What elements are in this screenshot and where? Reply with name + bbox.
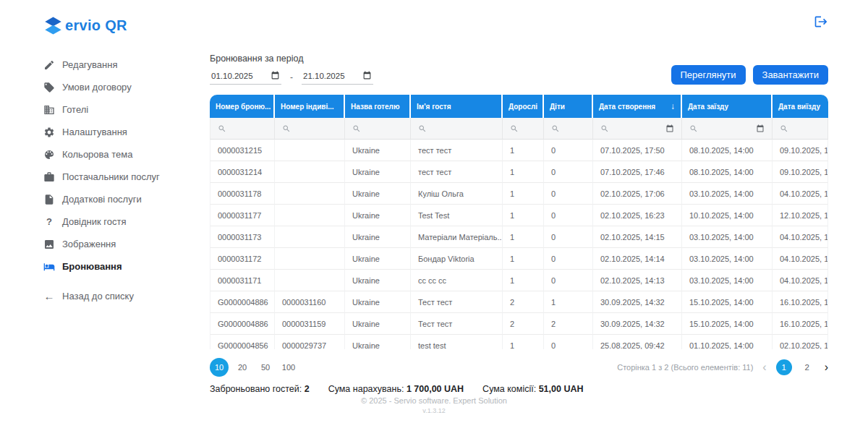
cell-children: 0 [544,270,593,291]
filter-input-children[interactable] [544,118,593,140]
filter-input-guest_name[interactable] [411,118,503,140]
next-page-button[interactable]: › [825,362,828,373]
question-icon: ? [43,216,55,228]
calendar-icon [271,71,280,80]
sidebar-item-hotels[interactable]: Готелі [43,98,210,121]
cell-individual_number: 0000031160 [275,291,345,313]
sidebar-item-guest-guide[interactable]: ?Довідник гостя [43,210,210,233]
cell-guest_name: тест тест [411,161,503,183]
summary-value: 51,00 UAH [539,384,584,394]
cell-booking_number: 0000031177 [210,205,275,226]
page-numbers: 12 [776,359,815,375]
sidebar-back-button[interactable]: ← Назад до списку [43,285,210,307]
date-from-value: 01.10.2025 [211,72,253,80]
column-header-booking_number[interactable]: Номер броню... [210,95,275,118]
download-button[interactable]: Завантажити [753,65,828,85]
filter-input-checkin_date[interactable] [682,118,773,140]
cell-children: 0 [544,161,593,183]
summary-commission: Сума комісії: 51,00 UAH [482,384,583,394]
column-header-created_date[interactable]: Дата створення↓ [593,95,682,118]
date-range-separator: - [290,72,293,82]
page-size-50[interactable]: 50 [256,358,275,377]
sidebar-item-color-theme[interactable]: Кольорова тема [43,143,210,166]
prev-page-button[interactable]: ‹ [762,362,766,373]
sidebar-item-settings[interactable]: Налаштування [43,121,210,143]
cell-individual_number [275,140,345,161]
pager: Сторінка 1 з 2 (Всього елементів: 11) ‹ … [617,359,828,375]
column-header-guest_name[interactable]: Ім'я гостя [411,95,503,118]
cell-booking_number: 0000031215 [210,140,275,161]
cell-created_date: 07.10.2025, 17:46 [593,161,682,183]
sidebar-item-label: Довідник гостя [62,216,126,227]
column-header-hotel_name[interactable]: Назва готелю [345,95,411,118]
column-header-children[interactable]: Діти [544,95,593,118]
filter-input-checkout_date[interactable] [773,118,828,140]
cell-guest_name: Test Test [411,205,503,226]
cell-checkin_date: 08.10.2025, 14:00 [682,140,773,161]
action-buttons: Переглянути Завантажити [671,65,828,85]
filter-input-booking_number[interactable] [210,118,275,140]
filter-input-individual_number[interactable] [275,118,345,140]
cell-adults: 1 [503,205,544,226]
cell-booking_number: 0000031178 [210,183,275,205]
filter-bar: Бронювання за період 01.10.2025 - 21.10.… [210,54,828,85]
sidebar-menu: РедагуванняУмови договоруГотеліНалаштува… [43,54,210,278]
cell-guest_name: Матеріали Матеріаль... [411,226,503,248]
cell-children: 0 [544,183,593,205]
sidebar-item-additional-services[interactable]: Додаткові послуги [43,188,210,210]
cell-adults: 2 [503,291,544,313]
search-icon [600,124,609,133]
table-row[interactable]: 0000031178UkraineКуліш Ольга1002.10.2025… [210,183,828,205]
date-to-input[interactable]: 21.10.2025 [302,69,373,85]
table-row[interactable]: G00000048860000031160UkraineТест тест213… [210,291,828,313]
page-size-20[interactable]: 20 [233,358,252,377]
table-row[interactable]: 0000031172UkraineБондар Viktoria1002.10.… [210,248,828,270]
filter-input-adults[interactable] [503,118,544,140]
sidebar-item-images[interactable]: Зображення [43,233,210,255]
page-2[interactable]: 2 [799,359,815,375]
cell-hotel_name: Ukraine [345,226,411,248]
column-header-checkin_date[interactable]: Дата заїзду [682,95,773,118]
sort-desc-icon[interactable]: ↓ [668,101,675,111]
summary-label: Сума нарахувань: [328,384,404,394]
cell-created_date: 02.10.2025, 17:06 [593,183,682,205]
cell-adults: 1 [503,248,544,270]
sidebar-item-edit[interactable]: Редагування [43,54,210,76]
column-header-checkout_date[interactable]: Дата виїзду [773,95,828,118]
search-icon [352,124,361,133]
page-1[interactable]: 1 [776,359,792,375]
view-button[interactable]: Переглянути [671,65,746,85]
column-header-individual_number[interactable]: Номер індиві... [275,95,345,118]
sidebar-item-label: Постачальники послуг [62,171,160,182]
table-row[interactable]: G00000048560000029737Ukrainetest test102… [210,335,828,349]
date-from-input[interactable]: 01.10.2025 [210,69,281,85]
cell-created_date: 30.09.2025, 14:32 [593,313,682,335]
column-header-adults[interactable]: Дорослі [503,95,544,118]
table-row[interactable]: G00000048860000031159UkraineТест тест223… [210,313,828,335]
search-icon [282,124,291,133]
page-size-100[interactable]: 100 [279,358,298,377]
table-header-row: Номер броню...Номер індиві...Назва готел… [210,95,828,118]
table-row[interactable]: 0000031173UkraineМатеріали Матеріаль...1… [210,226,828,248]
filter-input-hotel_name[interactable] [345,118,411,140]
cell-checkout_date: 12.10.2025, 12:00 [773,205,828,226]
calendar-icon [756,124,765,133]
table-row[interactable]: 0000031214Ukraineтест тест1007.10.2025, … [210,161,828,183]
sidebar-item-service-providers[interactable]: Постачальники послуг [43,166,210,188]
briefcase-icon [43,171,55,183]
sidebar-item-label: Кольорова тема [62,149,132,160]
image-icon [43,239,55,250]
table-row[interactable]: 0000031171Ukraineсс сс сс1002.10.2025, 1… [210,270,828,291]
summary-bar: Заброньовано гостей: 2 Сума нарахувань: … [210,384,828,394]
logout-button[interactable] [814,14,828,31]
table-row[interactable]: 0000031215Ukraineтест тест1007.10.2025, … [210,140,828,161]
page-size-10[interactable]: 10 [210,358,229,377]
page-info: Сторінка 1 з 2 (Всього елементів: 11) [617,363,753,372]
sidebar-back-label: Назад до списку [62,291,134,302]
sidebar-item-bookings[interactable]: Бронювання [43,255,210,278]
cell-individual_number [275,226,345,248]
table-row[interactable]: 0000031177UkraineTest Test1002.10.2025, … [210,205,828,226]
filter-input-created_date[interactable] [593,118,682,140]
sidebar-item-contract-terms[interactable]: Умови договору [43,76,210,98]
period-label: Бронювання за період [210,54,373,64]
